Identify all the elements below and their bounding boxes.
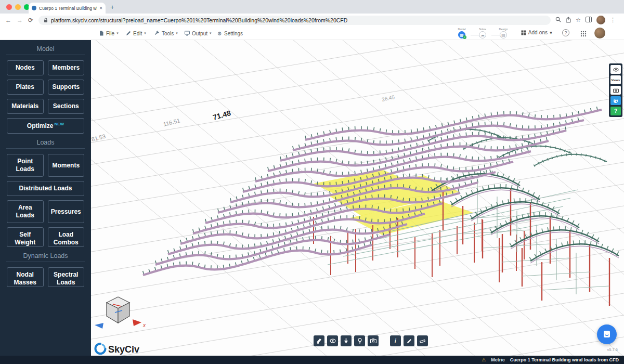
point-loads-button[interactable]: Point Loads [7, 154, 44, 177]
area-loads-button[interactable]: Area Loads [7, 200, 44, 223]
optimize-button[interactable]: OptimizeNEW [7, 118, 84, 134]
project-name: Cuerpo 1 Terminal Building wind loads fr… [510, 357, 619, 362]
render-help-button[interactable]: ? [610, 107, 621, 115]
spectral-loads-button[interactable]: Spectral Loads [48, 267, 85, 287]
renderer-button[interactable] [610, 96, 621, 105]
pressures-button[interactable]: Pressures [48, 200, 85, 223]
info-button[interactable]: i [390, 335, 401, 346]
supports-button[interactable]: Supports [48, 80, 85, 95]
design-step-icon: ▤ [500, 31, 507, 38]
ideas-button[interactable] [354, 335, 365, 346]
visibility-button[interactable] [327, 335, 338, 346]
navigation-cube[interactable]: x [95, 297, 146, 329]
tab-close-icon[interactable]: × [99, 5, 102, 11]
new-tab-button[interactable]: + [110, 3, 114, 11]
view-tools-panel: Views ? [609, 63, 622, 117]
menu-settings[interactable]: ⚙ Settings [217, 27, 243, 40]
workflow-step-design[interactable]: Design ▤ [495, 28, 512, 38]
tab-title: Cuerpo 1 Terminal Building win [39, 6, 97, 11]
annotate-button[interactable] [404, 335, 414, 346]
browser-tab-bar: Cuerpo 1 Terminal Building win × + [0, 0, 624, 14]
forward-icon[interactable]: → [17, 17, 23, 24]
menu-file[interactable]: File▾ [99, 27, 119, 40]
render-mode-button[interactable] [314, 335, 324, 346]
load-combos-button[interactable]: Load Combos [48, 227, 85, 247]
browser-url-bar: ← → ⟳ platform.skyciv.com/structural?pre… [0, 14, 624, 27]
browser-tab[interactable]: Cuerpo 1 Terminal Building win × [29, 3, 106, 14]
workflow-step-model[interactable]: Model ▦✓ [453, 28, 471, 38]
section-title-loads: Loads [0, 139, 91, 146]
help-button[interactable]: ? [562, 29, 569, 36]
reload-icon[interactable]: ⟳ [28, 17, 33, 24]
apps-grid-icon[interactable] [580, 30, 587, 39]
status-bar: ⚠ Metric Cuerpo 1 Terminal Building wind… [0, 356, 624, 364]
workflow-step-solve[interactable]: Solve ☁ [474, 28, 491, 38]
bookmark-star-icon[interactable]: ☆ [576, 17, 581, 23]
omnibox[interactable]: platform.skyciv.com/structural?preload_n… [38, 16, 551, 25]
divider [6, 148, 85, 149]
url-text: platform.skyciv.com/structural?preload_n… [51, 17, 347, 23]
members-button[interactable]: Members [48, 60, 85, 75]
moments-button[interactable]: Moments [48, 154, 85, 177]
version-label: v5.7.6 [607, 347, 618, 352]
warning-icon[interactable]: ⚠ [482, 357, 486, 362]
measure-button[interactable] [417, 335, 428, 346]
search-icon[interactable] [555, 17, 561, 23]
workflow-stepper: Model ▦✓ Solve ☁ Design ▤ [453, 28, 512, 38]
skyciv-logo: SkyCiv [96, 344, 140, 355]
window-close-button[interactable] [6, 4, 12, 10]
nodal-masses-button[interactable]: Nodal Masses [7, 267, 44, 287]
visibility-settings-button[interactable] [610, 65, 621, 74]
toolbar-spacer [381, 335, 387, 346]
user-avatar[interactable] [594, 28, 605, 38]
chat-widget-button[interactable] [597, 324, 617, 344]
axis-x-arrow[interactable] [133, 319, 141, 326]
select-tool-button[interactable] [341, 335, 352, 346]
structural-model-canvas[interactable]: 81.53 116.51 71.48 26.45 x SkyCiv [91, 40, 624, 356]
pencil-icon [126, 31, 131, 36]
axis-x-label: x [142, 322, 146, 328]
section-title-dynamic-loads: Dynamic Loads [0, 252, 91, 259]
optimize-label: Optimize [27, 122, 54, 129]
section-title-model: Model [0, 45, 91, 53]
sections-button[interactable]: Sections [48, 99, 85, 114]
menu-edit[interactable]: Edit▾ [126, 27, 146, 40]
browser-menu-icon[interactable]: ⋮ [610, 17, 616, 23]
screenshot-button[interactable] [368, 335, 379, 346]
addons-grid-icon [521, 30, 526, 35]
model-viewport: 81.53 116.51 71.48 26.45 x SkyCiv [91, 40, 624, 356]
plates-button[interactable]: Plates [7, 80, 44, 95]
solve-step-icon: ☁ [479, 31, 486, 38]
file-icon [99, 31, 104, 36]
menu-output[interactable]: Output▾ [185, 27, 212, 40]
gear-icon: ⚙ [217, 31, 222, 36]
units-indicator[interactable]: Metric [491, 357, 505, 362]
monitor-icon [185, 31, 190, 36]
menu-tools[interactable]: Tools▾ [154, 27, 178, 40]
wrench-icon [154, 31, 160, 36]
browser-profile-avatar[interactable] [596, 16, 605, 24]
distributed-loads-button[interactable]: Distributed Loads [7, 181, 84, 196]
model-step-icon: ▦✓ [458, 31, 465, 38]
materials-button[interactable]: Materials [7, 99, 44, 114]
back-icon[interactable]: ← [5, 17, 11, 24]
dim-label: 116.51 [163, 117, 181, 127]
views-button[interactable]: Views [610, 75, 621, 84]
side-panel-icon[interactable] [586, 17, 592, 23]
self-weight-button[interactable]: Self Weight [7, 227, 44, 247]
sidebar: Model Nodes Members Plates Supports Mate… [0, 40, 91, 356]
app-window: Cuerpo 1 Terminal Building win × + ← → ⟳… [0, 0, 624, 364]
favicon [32, 6, 36, 10]
divider [6, 262, 85, 262]
addons-menu[interactable]: Add-ons▾ [521, 30, 552, 35]
dim-label: 26.45 [381, 94, 395, 102]
check-badge: ✓ [463, 35, 466, 39]
axis-z-arrow[interactable] [95, 323, 103, 329]
chat-icon [602, 330, 612, 339]
share-icon[interactable] [566, 17, 571, 24]
window-minimize-button[interactable] [15, 4, 21, 10]
nodes-button[interactable]: Nodes [7, 60, 44, 75]
viewport-toolbar: i [314, 335, 428, 346]
lock-icon [44, 18, 48, 23]
snapshot-button[interactable] [610, 86, 621, 95]
